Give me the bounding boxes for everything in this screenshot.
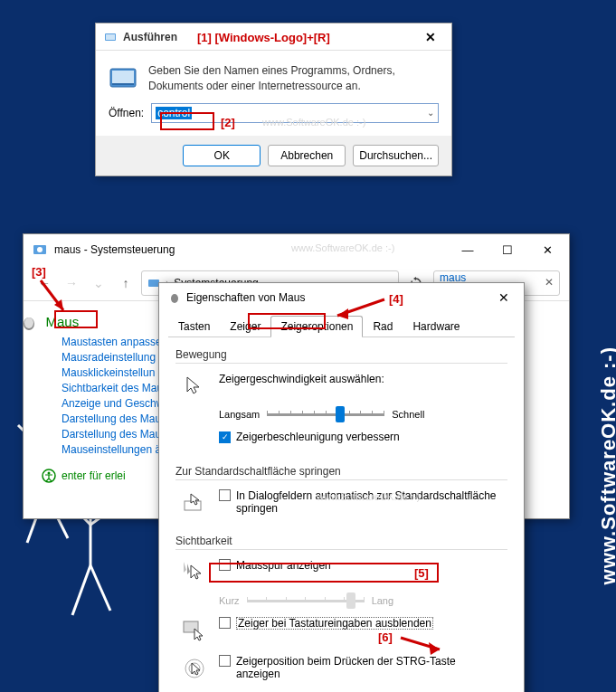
group-visibility-label: Sichtbarkeit bbox=[175, 535, 507, 547]
hide-typing-checkbox[interactable] bbox=[219, 617, 231, 629]
ease-of-access-icon bbox=[42, 469, 56, 483]
svg-point-21 bbox=[24, 318, 33, 328]
tab-zeiger[interactable]: Zeiger bbox=[220, 316, 270, 337]
trails-checkbox[interactable] bbox=[219, 559, 231, 571]
run-title: Ausführen bbox=[123, 31, 417, 43]
ctrl-locate-checkbox[interactable] bbox=[219, 655, 231, 667]
group-movement-label: Bewegung bbox=[175, 348, 507, 361]
tab-tasten[interactable]: Tasten bbox=[168, 316, 220, 337]
fast-label: Schnell bbox=[392, 409, 424, 420]
enhance-label: Zeigerbeschleunigung verbessern bbox=[236, 431, 400, 443]
hide-typing-label: Zeiger bei Tastatureingaben ausblenden bbox=[236, 617, 433, 630]
nav-recent-button[interactable]: ⌄ bbox=[87, 271, 110, 295]
svg-rect-15 bbox=[112, 71, 134, 83]
nav-forward-button[interactable]: → bbox=[60, 271, 83, 295]
svg-line-11 bbox=[90, 565, 110, 611]
md-titlebar: Eigenschaften von Maus ✕ bbox=[159, 283, 524, 312]
svg-point-23 bbox=[48, 472, 51, 475]
clear-search-icon[interactable]: ✕ bbox=[545, 276, 554, 289]
mouse-icon-small bbox=[168, 291, 181, 304]
cp-close-button[interactable]: ✕ bbox=[527, 236, 567, 263]
run-cancel-button[interactable]: Abbrechen bbox=[268, 145, 346, 166]
run-titlebar: Ausführen ✕ bbox=[96, 24, 451, 51]
run-dialog: Ausführen ✕ Geben Sie den Namen eines Pr… bbox=[95, 23, 452, 176]
ctrl-locate-label: Zeigerposition beim Drücken der STRG-Tas… bbox=[236, 655, 502, 680]
short-label: Kurz bbox=[219, 595, 240, 606]
cp-titlebar: maus - Systemsteuerung — ☐ ✕ bbox=[24, 234, 569, 265]
watermark-side: www.SoftwareOK.de :-) bbox=[597, 346, 616, 584]
tab-hardware[interactable]: Hardware bbox=[403, 316, 469, 337]
snap-label: In Dialogfeldern automatisch zur Standar… bbox=[236, 489, 502, 515]
trails-label: Mausspur anzeigen bbox=[236, 559, 331, 572]
svg-line-10 bbox=[72, 565, 90, 615]
group-snap-label: Zur Standardschaltfläche springen bbox=[175, 465, 507, 478]
svg-rect-27 bbox=[185, 501, 201, 510]
nav-back-button[interactable]: ← bbox=[33, 271, 56, 295]
mouse-device-icon bbox=[20, 316, 38, 330]
md-title: Eigenschaften von Maus bbox=[186, 291, 488, 304]
svg-rect-16 bbox=[112, 83, 134, 85]
run-input-value: control bbox=[156, 107, 192, 119]
cp-footer-text: enter für erlei bbox=[62, 469, 126, 482]
speed-label: Zeigergeschwindigkeit auswählen: bbox=[219, 373, 502, 385]
speed-slider[interactable] bbox=[267, 405, 384, 423]
svg-point-18 bbox=[37, 247, 43, 252]
svg-point-26 bbox=[171, 294, 178, 303]
tab-zeigeroptionen[interactable]: Zeigeroptionen bbox=[270, 316, 363, 337]
hide-typing-icon bbox=[181, 617, 208, 644]
trails-icon bbox=[181, 559, 208, 586]
enhance-checkbox[interactable]: ✓ bbox=[219, 431, 231, 443]
tab-rad[interactable]: Rad bbox=[363, 316, 403, 337]
cp-title: maus - Systemsteuerung bbox=[54, 243, 448, 256]
run-icon-small bbox=[103, 30, 118, 44]
pointer-speed-icon bbox=[181, 373, 208, 400]
slow-label: Langsam bbox=[219, 409, 260, 420]
maximize-button[interactable]: ☐ bbox=[488, 236, 527, 263]
snap-checkbox[interactable] bbox=[219, 489, 231, 501]
run-browse-button[interactable]: Durchsuchen... bbox=[353, 145, 439, 166]
run-input[interactable]: control ⌄ bbox=[151, 103, 439, 123]
md-close-button[interactable]: ✕ bbox=[488, 290, 520, 305]
tab-row: Tasten Zeiger Zeigeroptionen Rad Hardwar… bbox=[159, 312, 524, 337]
snap-to-icon bbox=[181, 489, 208, 517]
long-label: Lang bbox=[372, 595, 393, 606]
nav-up-button[interactable]: ↑ bbox=[114, 271, 137, 295]
ctrl-locate-icon bbox=[181, 655, 208, 682]
control-panel-icon bbox=[33, 242, 47, 257]
mouse-properties-dialog: Eigenschaften von Maus ✕ Tasten Zeiger Z… bbox=[158, 282, 525, 692]
trails-slider bbox=[247, 592, 365, 610]
run-close-button[interactable]: ✕ bbox=[417, 30, 444, 44]
run-large-icon bbox=[109, 63, 137, 92]
run-open-label: Öffnen: bbox=[109, 107, 144, 119]
run-ok-button[interactable]: OK bbox=[183, 145, 261, 166]
run-description: Geben Sie den Namen eines Programms, Ord… bbox=[148, 63, 439, 94]
cp-category-maus[interactable]: Maus bbox=[45, 314, 79, 329]
chevron-down-icon[interactable]: ⌄ bbox=[427, 108, 434, 118]
minimize-button[interactable]: — bbox=[448, 236, 488, 263]
svg-rect-13 bbox=[106, 34, 115, 40]
